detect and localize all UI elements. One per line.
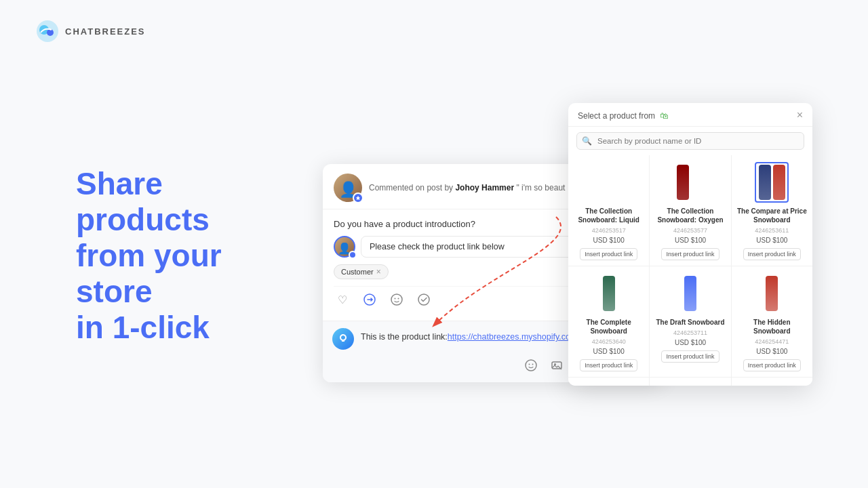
svg-point-10 <box>532 364 534 365</box>
product-price: USD $100 <box>593 348 625 355</box>
product-id: 4246253577 <box>673 227 707 234</box>
product-card: Snowboard Pro Green 4246255101 USD $100 … <box>732 378 812 386</box>
like-action[interactable]: ♡ <box>334 291 351 308</box>
image-btn[interactable] <box>547 355 567 375</box>
product-card: Snowboard Classic 4246255001 USD $100 In… <box>650 378 730 386</box>
product-image <box>592 384 626 386</box>
product-search-input[interactable] <box>576 132 804 150</box>
product-image <box>755 273 789 314</box>
insert-product-btn[interactable]: Insert product link <box>743 359 801 371</box>
header: CHATBREEZES <box>35 19 146 43</box>
product-price: USD $100 <box>756 348 787 355</box>
check-action[interactable] <box>415 291 433 308</box>
product-id: 4246253711 <box>673 329 707 336</box>
product-name: The Compare at Price Snowboard <box>737 207 807 224</box>
search-icon: 🔍 <box>582 136 592 146</box>
svg-point-9 <box>529 364 530 365</box>
product-image <box>755 162 789 203</box>
comment-meta: Commented on post by Johoy Hammer " i'm … <box>369 183 592 192</box>
product-name: The Hidden Snowboard <box>737 318 807 336</box>
product-image <box>673 273 707 314</box>
product-price: USD $100 <box>675 237 706 244</box>
product-image <box>673 384 707 386</box>
product-image <box>592 273 626 314</box>
product-card: The Complete Snowboard 4246253640 USD $1… <box>568 266 649 377</box>
product-card: The Compare at Price Snowboard 424625361… <box>732 155 812 266</box>
platform-badge <box>353 192 363 203</box>
product-card: Gift Card 4246254999 USD $100 Insert pro… <box>568 378 649 386</box>
panel-title: Select a product from 🛍 <box>578 110 669 121</box>
product-card: The Collection Snowboard: Liquid 4246253… <box>568 155 649 266</box>
product-card: The Draft Snowboard 4246253711 USD $100 … <box>650 266 730 377</box>
insert-product-btn[interactable]: Insert product link <box>661 248 719 260</box>
shopify-icon: 🛍 <box>660 110 669 121</box>
panel-close-button[interactable]: × <box>797 110 803 121</box>
agent-avatar: 👤 <box>334 236 355 258</box>
product-price: USD $100 <box>675 339 706 346</box>
product-panel-header: Select a product from 🛍 × <box>568 103 812 127</box>
send-avatar <box>332 328 354 350</box>
svg-point-7 <box>418 294 429 305</box>
share-action[interactable] <box>361 291 378 308</box>
hero-heading: Share products from your store in 1-clic… <box>76 166 293 345</box>
svg-point-6 <box>398 298 399 300</box>
insert-product-btn[interactable]: Insert product link <box>580 248 637 260</box>
logo-icon <box>35 19 60 43</box>
product-id: 4246254471 <box>755 338 789 345</box>
svg-point-12 <box>554 363 556 365</box>
product-price: USD $100 <box>756 237 787 244</box>
customer-tag[interactable]: Customer × <box>334 264 389 279</box>
product-card: The Collection Snowboard: Oxygen 4246253… <box>650 155 730 266</box>
product-name: The Collection Snowboard: Liquid <box>574 207 644 224</box>
product-id: 4246253517 <box>592 227 626 234</box>
tag-remove[interactable]: × <box>376 267 381 277</box>
product-grid: The Collection Snowboard: Liquid 4246253… <box>568 155 812 386</box>
product-card: The Hidden Snowboard 4246254471 USD $100… <box>732 266 812 377</box>
insert-product-btn[interactable]: Insert product link <box>580 359 637 371</box>
panel-search: 🔍 <box>576 132 804 150</box>
product-id: 4246253611 <box>755 227 789 234</box>
product-image <box>592 162 626 203</box>
product-name: The Complete Snowboard <box>574 318 644 336</box>
product-image <box>673 162 707 203</box>
commenter-avatar: 👤 <box>334 174 362 202</box>
emoji-btn[interactable] <box>521 355 541 375</box>
product-image <box>755 384 789 386</box>
svg-point-4 <box>391 294 402 305</box>
logo-text: CHATBREEZES <box>65 26 146 37</box>
svg-point-8 <box>526 360 536 371</box>
product-name: The Draft Snowboard <box>656 318 724 327</box>
emoji-action[interactable] <box>388 291 406 308</box>
insert-product-btn[interactable]: Insert product link <box>661 350 719 363</box>
product-price: USD $100 <box>593 237 625 244</box>
product-panel: Select a product from 🛍 × 🔍 The Collecti… <box>568 103 812 386</box>
svg-point-5 <box>395 298 396 300</box>
product-id: 4246253640 <box>592 338 626 345</box>
svg-point-2 <box>47 29 54 36</box>
hero-text: Share products from your store in 1-clic… <box>76 166 293 345</box>
product-name: The Collection Snowboard: Oxygen <box>655 207 725 224</box>
insert-product-btn[interactable]: Insert product link <box>743 248 801 260</box>
